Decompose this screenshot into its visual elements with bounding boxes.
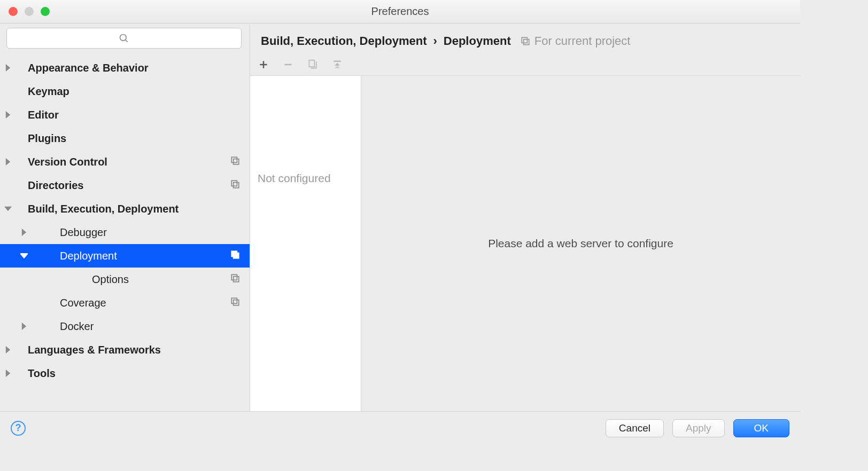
sidebar-item-plugins[interactable]: Plugins: [0, 127, 250, 150]
svg-rect-11: [234, 300, 239, 305]
chevron-down-icon: [20, 252, 28, 260]
svg-rect-2: [231, 157, 237, 162]
sidebar-item-keymap[interactable]: Keymap: [0, 80, 250, 103]
ok-button[interactable]: OK: [733, 419, 789, 437]
titlebar: Preferences: [0, 0, 800, 23]
sidebar-item-directories[interactable]: Directories: [0, 174, 250, 197]
chevron-right-icon: [4, 370, 12, 377]
breadcrumb-part: Deployment: [444, 34, 511, 48]
sidebar-item-docker[interactable]: Docker: [0, 315, 250, 338]
minus-icon: [283, 59, 293, 70]
copy-icon: [307, 59, 318, 70]
empty-list-label: Not configured: [250, 172, 361, 185]
panels: Not configured Please add a web server t…: [250, 76, 800, 411]
sidebar-item-label: Build, Execution, Deployment: [28, 203, 230, 215]
sidebar-item-build-execution-deployment[interactable]: Build, Execution, Deployment: [0, 197, 250, 221]
breadcrumb-part: Build, Execution, Deployment: [261, 34, 427, 48]
chevron-right-icon: [20, 229, 28, 236]
search-icon: [119, 33, 129, 44]
svg-rect-13: [523, 40, 529, 45]
project-scope-icon: [230, 297, 240, 307]
svg-rect-17: [309, 60, 314, 67]
project-scope-icon: [230, 250, 240, 260]
add-button[interactable]: [257, 58, 270, 72]
sidebar-item-label: Deployment: [60, 250, 230, 262]
chevron-down-icon: [4, 205, 12, 213]
sidebar-item-label: Appearance & Behavior: [28, 62, 230, 74]
sidebar-item-options[interactable]: Options: [0, 268, 250, 291]
project-scope-icon: [230, 273, 240, 283]
plus-icon: [258, 59, 269, 70]
sidebar-item-label: Keymap: [28, 85, 230, 98]
download-button: [330, 58, 344, 72]
sidebar-item-editor[interactable]: Editor: [0, 103, 250, 127]
svg-rect-3: [234, 159, 239, 164]
sidebar-item-label: Directories: [28, 179, 230, 192]
svg-rect-5: [234, 182, 239, 187]
chevron-right-icon: [20, 323, 28, 330]
svg-rect-4: [231, 180, 237, 186]
project-scope-icon: [521, 36, 530, 46]
sidebar-item-tools[interactable]: Tools: [0, 362, 250, 385]
sidebar: Appearance & BehaviorKeymapEditorPlugins…: [0, 23, 250, 411]
main-panel: Build, Execution, Deployment › Deploymen…: [250, 23, 800, 411]
help-button[interactable]: ?: [11, 421, 26, 436]
sidebar-item-appearance-behavior[interactable]: Appearance & Behavior: [0, 56, 250, 80]
chevron-right-icon: [4, 64, 12, 72]
chevron-right-icon: [4, 111, 12, 119]
sidebar-item-coverage[interactable]: Coverage: [0, 291, 250, 315]
svg-rect-7: [234, 253, 239, 258]
sidebar-item-label: Plugins: [28, 132, 230, 145]
sidebar-item-label: Languages & Frameworks: [28, 344, 230, 356]
window-title: Preferences: [0, 5, 800, 18]
breadcrumb-sep: ›: [433, 34, 437, 48]
project-scope-icon: [230, 156, 240, 166]
download-icon: [332, 59, 343, 70]
chevron-right-icon: [4, 346, 12, 354]
svg-line-1: [126, 40, 128, 42]
apply-button: Apply: [672, 419, 725, 437]
sidebar-item-debugger[interactable]: Debugger: [0, 221, 250, 244]
empty-detail-msg: Please add a web server to configure: [488, 237, 673, 250]
cancel-button[interactable]: Cancel: [606, 419, 664, 437]
footer: ? Cancel Apply OK: [0, 411, 800, 444]
content: Appearance & BehaviorKeymapEditorPlugins…: [0, 23, 800, 411]
sidebar-item-label: Editor: [28, 109, 230, 121]
svg-rect-9: [234, 276, 239, 281]
sidebar-item-label: Debugger: [60, 226, 230, 239]
sidebar-item-version-control[interactable]: Version Control: [0, 150, 250, 174]
sidebar-item-label: Tools: [28, 367, 230, 380]
search-input[interactable]: [6, 28, 242, 49]
sidebar-item-label: Options: [92, 273, 230, 286]
sidebar-item-label: Docker: [60, 320, 230, 333]
svg-rect-8: [231, 274, 237, 280]
chevron-right-icon: [4, 158, 12, 166]
sidebar-item-label: Version Control: [28, 156, 230, 168]
sidebar-item-label: Coverage: [60, 297, 230, 309]
remove-button: [281, 58, 295, 72]
scope-label: For current project: [521, 34, 631, 48]
sidebar-item-languages-frameworks[interactable]: Languages & Frameworks: [0, 338, 250, 362]
svg-point-0: [120, 34, 127, 41]
svg-rect-10: [231, 298, 237, 303]
breadcrumb: Build, Execution, Deployment › Deploymen…: [250, 23, 800, 53]
copy-button: [306, 58, 320, 72]
server-list: Not configured: [250, 76, 361, 411]
detail-pane: Please add a web server to configure: [361, 76, 800, 411]
svg-rect-12: [522, 37, 527, 43]
deployment-toolbar: [250, 53, 800, 76]
project-scope-icon: [230, 179, 240, 189]
sidebar-item-deployment[interactable]: Deployment: [0, 244, 250, 268]
